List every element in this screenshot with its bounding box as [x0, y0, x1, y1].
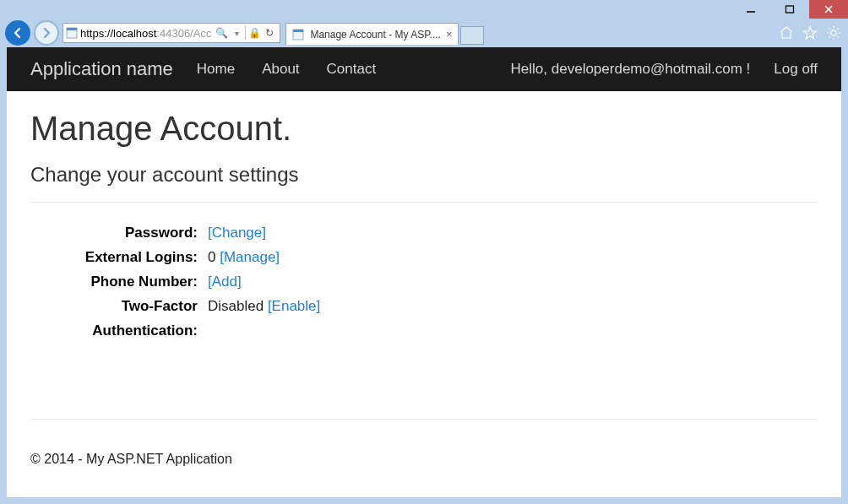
add-phone-link[interactable]: [Add]	[208, 274, 242, 290]
refresh-icon[interactable]: ↻	[263, 26, 276, 40]
url-text: https://localhost:44306/Acc	[80, 27, 211, 40]
manage-external-logins-link[interactable]: [Manage]	[220, 249, 280, 265]
row-password: Password: [Change]	[30, 221, 818, 246]
home-icon[interactable]	[779, 25, 794, 41]
tab-close-button[interactable]: ×	[446, 28, 453, 41]
tab-strip: Manage Account - My ASP.... ×	[285, 21, 483, 45]
user-area: Hello, developerdemo@hotmail.com ! Log o…	[511, 61, 818, 78]
label-two-factor: Two-Factor Authentication:	[30, 295, 208, 344]
nav-contact-link[interactable]: Contact	[327, 61, 377, 78]
logoff-link[interactable]: Log off	[774, 61, 818, 78]
viewport: Application name Home About Contact Hell…	[0, 47, 848, 504]
url-host: localhost	[113, 27, 156, 40]
change-password-link[interactable]: [Change]	[208, 225, 266, 241]
row-two-factor: Two-Factor Authentication: Disabled [Ena…	[30, 295, 818, 344]
two-factor-status: Disabled	[208, 298, 268, 314]
tab-favicon	[291, 28, 305, 41]
separator	[245, 26, 246, 40]
nav-back-button[interactable]	[5, 20, 30, 46]
window-maximize-button[interactable]	[770, 0, 809, 19]
settings-list: Password: [Change] External Logins: 0 [M…	[30, 221, 818, 343]
window-close-button[interactable]	[809, 0, 848, 19]
row-external-logins: External Logins: 0 [Manage]	[30, 246, 818, 270]
lock-icon[interactable]: 🔒	[247, 26, 261, 40]
brand-link[interactable]: Application name	[30, 58, 173, 80]
footer-divider	[30, 419, 818, 420]
label-phone: Phone Number:	[30, 270, 208, 295]
page-subtitle: Change your account settings	[30, 163, 818, 187]
svg-point-8	[831, 30, 836, 35]
user-greeting-link[interactable]: Hello, developerdemo@hotmail.com !	[511, 61, 751, 78]
page-content: Application name Home About Contact Hell…	[7, 47, 841, 497]
window-titlebar	[0, 0, 848, 19]
site-navbar: Application name Home About Contact Hell…	[7, 47, 841, 91]
page-title: Manage Account.	[30, 110, 818, 148]
browser-tab[interactable]: Manage Account - My ASP.... ×	[285, 23, 458, 45]
tools-icon[interactable]	[826, 25, 841, 41]
label-password: Password:	[30, 221, 208, 246]
browser-toolbar: https://localhost:44306/Acc 🔍 ▾ 🔒 ↻ Mana…	[0, 19, 848, 47]
nav-forward-button[interactable]	[34, 20, 59, 46]
tab-title: Manage Account - My ASP....	[310, 29, 441, 41]
nav-links: Home About Contact	[197, 61, 376, 78]
nav-home-link[interactable]: Home	[197, 61, 235, 78]
divider	[30, 202, 818, 203]
enable-two-factor-link[interactable]: [Enable]	[268, 298, 320, 314]
footer-text: © 2014 - My ASP.NET Application	[7, 452, 841, 484]
address-bar[interactable]: https://localhost:44306/Acc 🔍 ▾ 🔒 ↻	[63, 23, 280, 43]
label-external-logins: External Logins:	[30, 246, 208, 270]
favorites-icon[interactable]	[802, 25, 818, 41]
svg-rect-1	[786, 6, 794, 13]
external-logins-count: 0	[208, 249, 220, 265]
search-icon[interactable]: 🔍	[215, 26, 228, 40]
browser-menu-icons	[779, 25, 841, 41]
url-path: /Acc	[190, 27, 211, 40]
main-container: Manage Account. Change your account sett…	[7, 91, 841, 452]
url-port: :44306	[156, 27, 190, 40]
dropdown-icon[interactable]: ▾	[230, 26, 243, 40]
new-tab-button[interactable]	[460, 26, 484, 45]
window-minimize-button[interactable]	[731, 0, 770, 19]
svg-rect-7	[293, 30, 303, 32]
nav-about-link[interactable]: About	[262, 61, 299, 78]
url-protocol: https://	[80, 27, 113, 40]
svg-rect-5	[67, 28, 77, 30]
row-phone: Phone Number: [Add]	[30, 270, 818, 295]
site-favicon	[63, 27, 80, 39]
